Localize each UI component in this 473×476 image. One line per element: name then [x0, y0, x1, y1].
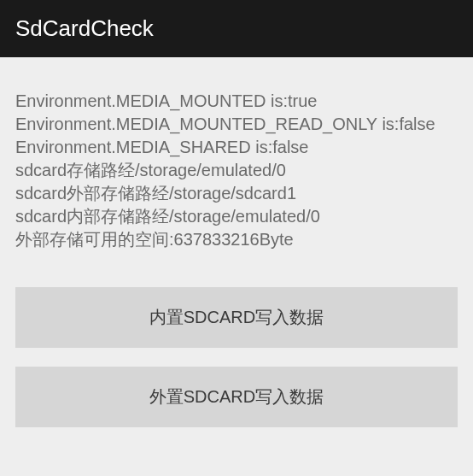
external-available-space: 外部存储可用的空间:637833216Byte	[15, 228, 458, 251]
media-mounted-status: Environment.MEDIA_MOUNTED is:true	[15, 90, 458, 113]
content-area: Environment.MEDIA_MOUNTED is:true Enviro…	[0, 57, 473, 461]
button-container: 内置SDCARD写入数据 外置SDCARD写入数据	[15, 287, 458, 427]
sdcard-external-path: sdcard外部存储路经/storage/sdcard1	[15, 182, 458, 205]
external-sdcard-write-button[interactable]: 外置SDCARD写入数据	[15, 367, 458, 427]
media-mounted-readonly-status: Environment.MEDIA_MOUNTED_READ_ONLY is:f…	[15, 113, 458, 136]
sdcard-storage-path: sdcard存储路经/storage/emulated/0	[15, 159, 458, 182]
app-title: SdCardCheck	[15, 15, 154, 41]
app-header: SdCardCheck	[0, 0, 473, 57]
sdcard-internal-path: sdcard内部存储路经/storage/emulated/0	[15, 205, 458, 228]
internal-sdcard-write-button[interactable]: 内置SDCARD写入数据	[15, 287, 458, 348]
info-text-block: Environment.MEDIA_MOUNTED is:true Enviro…	[15, 90, 458, 251]
media-shared-status: Environment.MEDIA_SHARED is:false	[15, 136, 458, 159]
